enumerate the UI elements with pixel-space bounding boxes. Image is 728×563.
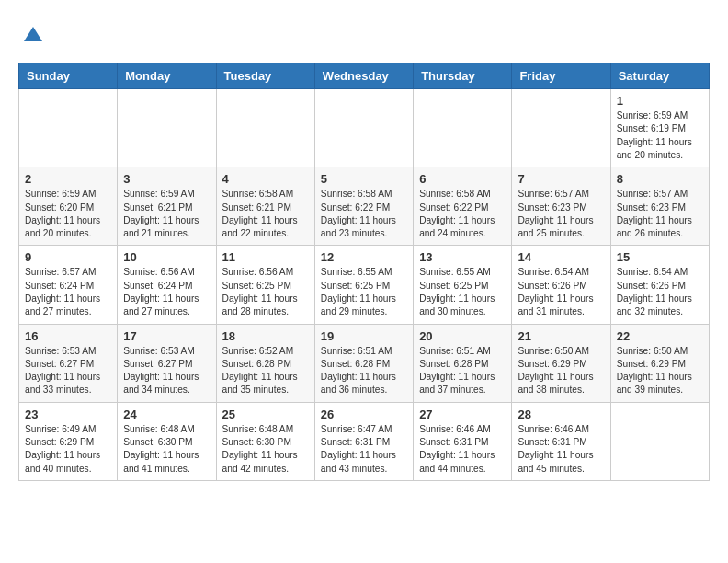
day-info: Sunrise: 6:56 AMSunset: 6:25 PMDaylight:… (222, 266, 309, 318)
day-info: Sunrise: 6:48 AMSunset: 6:30 PMDaylight:… (222, 423, 309, 476)
day-info: Sunrise: 6:59 AMSunset: 6:20 PMDaylight:… (25, 188, 111, 240)
calendar-week-row: 23Sunrise: 6:49 AMSunset: 6:29 PMDayligh… (19, 402, 710, 480)
day-number: 6 (419, 172, 506, 186)
page-header (18, 18, 710, 53)
day-number: 11 (222, 250, 309, 264)
calendar-cell: 26Sunrise: 6:47 AMSunset: 6:31 PMDayligh… (314, 402, 413, 480)
calendar-cell: 27Sunrise: 6:46 AMSunset: 6:31 PMDayligh… (414, 402, 512, 480)
calendar-cell (118, 89, 216, 167)
day-number: 15 (617, 250, 703, 264)
day-of-week-header: Monday (118, 63, 216, 89)
day-info: Sunrise: 6:56 AMSunset: 6:24 PMDaylight:… (123, 266, 210, 318)
calendar-cell: 22Sunrise: 6:50 AMSunset: 6:29 PMDayligh… (610, 324, 709, 402)
day-number: 17 (123, 329, 210, 343)
day-number: 9 (25, 250, 111, 264)
calendar-cell: 20Sunrise: 6:51 AMSunset: 6:28 PMDayligh… (414, 324, 512, 402)
day-number: 8 (617, 172, 703, 186)
calendar-cell (512, 89, 610, 167)
day-info: Sunrise: 6:51 AMSunset: 6:28 PMDaylight:… (419, 345, 506, 397)
calendar-cell: 6Sunrise: 6:58 AMSunset: 6:22 PMDaylight… (414, 167, 512, 246)
day-number: 10 (123, 250, 210, 264)
day-info: Sunrise: 6:46 AMSunset: 6:31 PMDaylight:… (419, 423, 506, 476)
logo (18, 23, 46, 53)
day-of-week-header: Thursday (414, 63, 512, 89)
day-of-week-header: Saturday (610, 63, 709, 89)
calendar-cell: 11Sunrise: 6:56 AMSunset: 6:25 PMDayligh… (216, 246, 314, 324)
day-number: 18 (222, 329, 309, 343)
calendar-cell: 12Sunrise: 6:55 AMSunset: 6:25 PMDayligh… (314, 246, 413, 324)
calendar-cell (314, 89, 413, 167)
day-info: Sunrise: 6:54 AMSunset: 6:26 PMDaylight:… (617, 266, 703, 318)
calendar-cell: 5Sunrise: 6:58 AMSunset: 6:22 PMDaylight… (314, 167, 413, 246)
calendar-cell (19, 89, 118, 167)
day-number: 4 (222, 172, 309, 186)
day-info: Sunrise: 6:54 AMSunset: 6:26 PMDaylight:… (518, 266, 604, 318)
calendar-cell: 15Sunrise: 6:54 AMSunset: 6:26 PMDayligh… (610, 246, 709, 324)
day-info: Sunrise: 6:47 AMSunset: 6:31 PMDaylight:… (321, 423, 407, 476)
day-of-week-header: Friday (512, 63, 610, 89)
calendar-cell: 23Sunrise: 6:49 AMSunset: 6:29 PMDayligh… (19, 402, 118, 480)
day-number: 22 (617, 329, 703, 343)
calendar-cell: 25Sunrise: 6:48 AMSunset: 6:30 PMDayligh… (216, 402, 314, 480)
calendar-cell: 16Sunrise: 6:53 AMSunset: 6:27 PMDayligh… (19, 324, 118, 402)
day-number: 28 (518, 408, 604, 421)
calendar-header-row: SundayMondayTuesdayWednesdayThursdayFrid… (19, 63, 710, 89)
day-number: 12 (321, 250, 407, 264)
day-info: Sunrise: 6:49 AMSunset: 6:29 PMDaylight:… (25, 423, 111, 476)
day-info: Sunrise: 6:55 AMSunset: 6:25 PMDaylight:… (419, 266, 506, 318)
day-info: Sunrise: 6:48 AMSunset: 6:30 PMDaylight:… (123, 423, 210, 476)
day-info: Sunrise: 6:46 AMSunset: 6:31 PMDaylight:… (518, 423, 604, 476)
calendar-cell (610, 402, 709, 480)
calendar-cell: 10Sunrise: 6:56 AMSunset: 6:24 PMDayligh… (118, 246, 216, 324)
day-info: Sunrise: 6:50 AMSunset: 6:29 PMDaylight:… (617, 345, 703, 397)
calendar-cell: 19Sunrise: 6:51 AMSunset: 6:28 PMDayligh… (314, 324, 413, 402)
day-number: 19 (321, 329, 407, 343)
calendar-cell: 14Sunrise: 6:54 AMSunset: 6:26 PMDayligh… (512, 246, 610, 324)
day-info: Sunrise: 6:58 AMSunset: 6:22 PMDaylight:… (321, 188, 407, 240)
day-of-week-header: Wednesday (314, 63, 413, 89)
day-info: Sunrise: 6:51 AMSunset: 6:28 PMDaylight:… (321, 345, 407, 397)
day-number: 20 (419, 329, 506, 343)
day-of-week-header: Tuesday (216, 63, 314, 89)
svg-marker-0 (24, 27, 42, 41)
calendar-cell: 3Sunrise: 6:59 AMSunset: 6:21 PMDaylight… (118, 167, 216, 246)
day-number: 2 (25, 172, 111, 186)
calendar-week-row: 16Sunrise: 6:53 AMSunset: 6:27 PMDayligh… (19, 324, 710, 402)
calendar-cell: 9Sunrise: 6:57 AMSunset: 6:24 PMDaylight… (19, 246, 118, 324)
calendar-cell: 28Sunrise: 6:46 AMSunset: 6:31 PMDayligh… (512, 402, 610, 480)
day-info: Sunrise: 6:58 AMSunset: 6:21 PMDaylight:… (222, 188, 309, 240)
calendar-cell: 21Sunrise: 6:50 AMSunset: 6:29 PMDayligh… (512, 324, 610, 402)
day-number: 25 (222, 408, 309, 421)
calendar-cell: 7Sunrise: 6:57 AMSunset: 6:23 PMDaylight… (512, 167, 610, 246)
day-number: 26 (321, 408, 407, 421)
day-info: Sunrise: 6:57 AMSunset: 6:23 PMDaylight:… (518, 188, 604, 240)
calendar-cell: 4Sunrise: 6:58 AMSunset: 6:21 PMDaylight… (216, 167, 314, 246)
day-number: 3 (123, 172, 210, 186)
day-number: 5 (321, 172, 407, 186)
calendar-cell: 17Sunrise: 6:53 AMSunset: 6:27 PMDayligh… (118, 324, 216, 402)
day-number: 16 (25, 329, 111, 343)
calendar-week-row: 9Sunrise: 6:57 AMSunset: 6:24 PMDaylight… (19, 246, 710, 324)
day-info: Sunrise: 6:59 AMSunset: 6:21 PMDaylight:… (123, 188, 210, 240)
day-number: 23 (25, 408, 111, 421)
calendar-week-row: 2Sunrise: 6:59 AMSunset: 6:20 PMDaylight… (19, 167, 710, 246)
day-info: Sunrise: 6:53 AMSunset: 6:27 PMDaylight:… (123, 345, 210, 397)
day-info: Sunrise: 6:57 AMSunset: 6:24 PMDaylight:… (25, 266, 111, 318)
calendar-cell (216, 89, 314, 167)
day-info: Sunrise: 6:50 AMSunset: 6:29 PMDaylight:… (518, 345, 604, 397)
day-number: 24 (123, 408, 210, 421)
calendar-cell: 1Sunrise: 6:59 AMSunset: 6:19 PMDaylight… (610, 89, 709, 167)
calendar-cell: 2Sunrise: 6:59 AMSunset: 6:20 PMDaylight… (19, 167, 118, 246)
day-info: Sunrise: 6:57 AMSunset: 6:23 PMDaylight:… (617, 188, 703, 240)
calendar-cell: 8Sunrise: 6:57 AMSunset: 6:23 PMDaylight… (610, 167, 709, 246)
calendar-cell: 13Sunrise: 6:55 AMSunset: 6:25 PMDayligh… (414, 246, 512, 324)
day-info: Sunrise: 6:52 AMSunset: 6:28 PMDaylight:… (222, 345, 309, 397)
day-info: Sunrise: 6:58 AMSunset: 6:22 PMDaylight:… (419, 188, 506, 240)
calendar-table: SundayMondayTuesdayWednesdayThursdayFrid… (18, 63, 710, 481)
day-info: Sunrise: 6:55 AMSunset: 6:25 PMDaylight:… (321, 266, 407, 318)
day-number: 1 (617, 94, 703, 108)
day-number: 27 (419, 408, 506, 421)
calendar-cell: 18Sunrise: 6:52 AMSunset: 6:28 PMDayligh… (216, 324, 314, 402)
day-info: Sunrise: 6:53 AMSunset: 6:27 PMDaylight:… (25, 345, 111, 397)
calendar-cell (414, 89, 512, 167)
